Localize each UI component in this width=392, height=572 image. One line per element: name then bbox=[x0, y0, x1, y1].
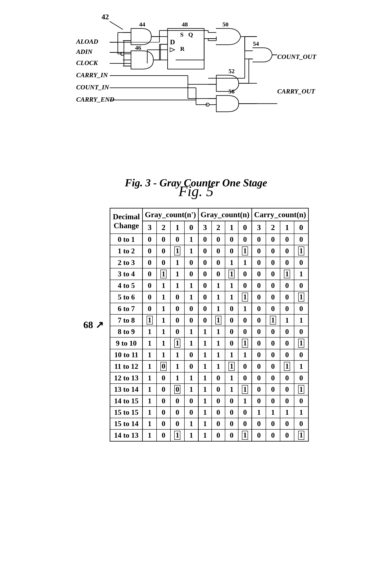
cell-gp-11-1: 0 bbox=[157, 361, 171, 372]
cell-gp-11-3: 0 bbox=[184, 361, 198, 372]
cell-cn-0-3: 0 bbox=[294, 234, 308, 245]
cell-cn-17-3: 1 bbox=[294, 429, 308, 441]
cell-cn-16-2: 0 bbox=[280, 418, 294, 429]
cell-gn-6-1: 1 bbox=[212, 303, 225, 314]
cell-change-4: 4 to 5 bbox=[110, 280, 142, 291]
table-row: 0 to 1000100000000 bbox=[110, 234, 308, 245]
cell-gp-5-0: 0 bbox=[142, 291, 157, 303]
cell-cn-6-3: 0 bbox=[294, 303, 308, 314]
cell-cn-7-2: 1 bbox=[280, 314, 294, 326]
data-table: Decimal Change Gray_count(n') Gray_count… bbox=[110, 208, 309, 442]
cell-gp-1-2: 1 bbox=[171, 245, 184, 257]
sub-h-gn3: 3 bbox=[198, 221, 212, 234]
cell-cn-16-3: 0 bbox=[294, 418, 308, 429]
cell-cn-0-0: 0 bbox=[252, 234, 266, 245]
cell-gp-13-2: 0 bbox=[171, 384, 184, 396]
dff-r: R bbox=[180, 45, 185, 52]
cell-gp-3-0: 0 bbox=[142, 268, 157, 280]
cell-cn-0-2: 0 bbox=[280, 234, 294, 245]
cell-cn-6-0: 0 bbox=[252, 303, 266, 314]
cell-gn-3-2: 1 bbox=[225, 268, 238, 280]
cell-gp-1-3: 1 bbox=[184, 245, 198, 257]
cell-gn-7-2: 0 bbox=[225, 314, 238, 326]
cell-cn-3-1: 0 bbox=[266, 268, 280, 280]
dff-q: Q bbox=[188, 31, 193, 38]
cell-gn-4-2: 1 bbox=[225, 280, 238, 291]
cell-cn-2-0: 0 bbox=[252, 257, 266, 268]
cell-gn-9-2: 0 bbox=[225, 337, 238, 349]
cell-gn-1-3: 1 bbox=[238, 245, 252, 257]
label-carry-out: CARRY_OUT bbox=[277, 88, 315, 95]
sub-h-cn2: 2 bbox=[266, 221, 280, 234]
cell-gp-9-2: 1 bbox=[171, 337, 184, 349]
cell-gn-5-0: 0 bbox=[198, 291, 212, 303]
cell-gp-10-1: 1 bbox=[157, 349, 171, 361]
cell-gn-6-3: 1 bbox=[238, 303, 252, 314]
fig3-caption: Fig. 3 - Gray Counter One Stage bbox=[12, 177, 380, 189]
cell-gp-8-3: 1 bbox=[184, 326, 198, 337]
cell-cn-17-1: 0 bbox=[266, 429, 280, 441]
cell-gn-4-0: 0 bbox=[198, 280, 212, 291]
cell-cn-3-0: 0 bbox=[252, 268, 266, 280]
table-row: 13 to 14100110110001 bbox=[110, 384, 308, 396]
cell-gp-12-3: 1 bbox=[184, 372, 198, 384]
cell-cn-2-2: 0 bbox=[280, 257, 294, 268]
label-carry-in: CARRY_IN bbox=[76, 71, 108, 79]
sub-h-gp2: 2 bbox=[157, 221, 171, 234]
cell-change-15: 15 to 15 bbox=[110, 407, 142, 418]
cell-gp-8-0: 1 bbox=[142, 326, 157, 337]
cell-change-10: 10 to 11 bbox=[110, 349, 142, 361]
cell-gp-7-3: 0 bbox=[184, 314, 198, 326]
cell-gp-0-1: 0 bbox=[157, 234, 171, 245]
cell-gn-6-2: 0 bbox=[225, 303, 238, 314]
cell-cn-2-1: 0 bbox=[266, 257, 280, 268]
cell-gn-4-3: 0 bbox=[238, 280, 252, 291]
cell-gn-8-0: 1 bbox=[198, 326, 212, 337]
diagram-section: 42 ALOAD ADIN CLOCK CARRY_IN COUNT_IN CA… bbox=[0, 0, 392, 183]
cell-gp-12-1: 0 bbox=[157, 372, 171, 384]
cell-cn-10-3: 0 bbox=[294, 349, 308, 361]
label-carry-end: CARRY_END bbox=[76, 96, 114, 103]
cell-gp-14-3: 0 bbox=[184, 395, 198, 407]
cell-cn-13-2: 0 bbox=[280, 384, 294, 396]
cell-gn-15-1: 0 bbox=[212, 407, 225, 418]
cell-gn-15-2: 0 bbox=[225, 407, 238, 418]
cell-cn-13-0: 0 bbox=[252, 384, 266, 396]
cell-cn-10-1: 0 bbox=[266, 349, 280, 361]
cell-change-9: 9 to 10 bbox=[110, 337, 142, 349]
cell-gn-0-0: 0 bbox=[198, 234, 212, 245]
cell-gn-5-2: 1 bbox=[225, 291, 238, 303]
cell-gn-7-1: 1 bbox=[212, 314, 225, 326]
cell-gn-15-3: 0 bbox=[238, 407, 252, 418]
cell-gp-10-0: 1 bbox=[142, 349, 157, 361]
cell-gn-0-3: 0 bbox=[238, 234, 252, 245]
cell-gn-9-0: 1 bbox=[198, 337, 212, 349]
label-count-out: COUNT_OUT bbox=[277, 53, 316, 60]
cell-gp-9-3: 1 bbox=[184, 337, 198, 349]
fig3-title: - Gray Counter One Stage bbox=[153, 177, 267, 189]
cell-gp-17-0: 1 bbox=[142, 429, 157, 441]
ref-54: 54 bbox=[253, 40, 259, 47]
cell-cn-5-1: 0 bbox=[266, 291, 280, 303]
cell-gp-12-0: 1 bbox=[142, 372, 157, 384]
ref-56: 56 bbox=[229, 88, 235, 95]
cell-gp-6-2: 0 bbox=[171, 303, 184, 314]
cell-gp-14-1: 0 bbox=[157, 395, 171, 407]
cell-gp-0-0: 0 bbox=[142, 234, 157, 245]
cell-gn-6-0: 0 bbox=[198, 303, 212, 314]
cell-gp-10-3: 0 bbox=[184, 349, 198, 361]
table-row: 3 to 4011000100011 bbox=[110, 268, 308, 280]
cell-change-1: 1 to 2 bbox=[110, 245, 142, 257]
cell-cn-9-0: 0 bbox=[252, 337, 266, 349]
header-decimal: Decimal Change bbox=[110, 208, 142, 234]
cell-cn-11-3: 1 bbox=[294, 361, 308, 372]
table-row: 7 to 8110001000111 bbox=[110, 314, 308, 326]
cell-cn-0-1: 0 bbox=[266, 234, 280, 245]
cell-change-12: 12 to 13 bbox=[110, 372, 142, 384]
cell-gp-11-2: 1 bbox=[171, 361, 184, 372]
cell-gn-17-1: 0 bbox=[212, 429, 225, 441]
cell-change-16: 15 to 14 bbox=[110, 418, 142, 429]
cell-gn-3-1: 0 bbox=[212, 268, 225, 280]
sub-h-cn1: 1 bbox=[280, 221, 294, 234]
dff-d: D bbox=[170, 38, 175, 46]
